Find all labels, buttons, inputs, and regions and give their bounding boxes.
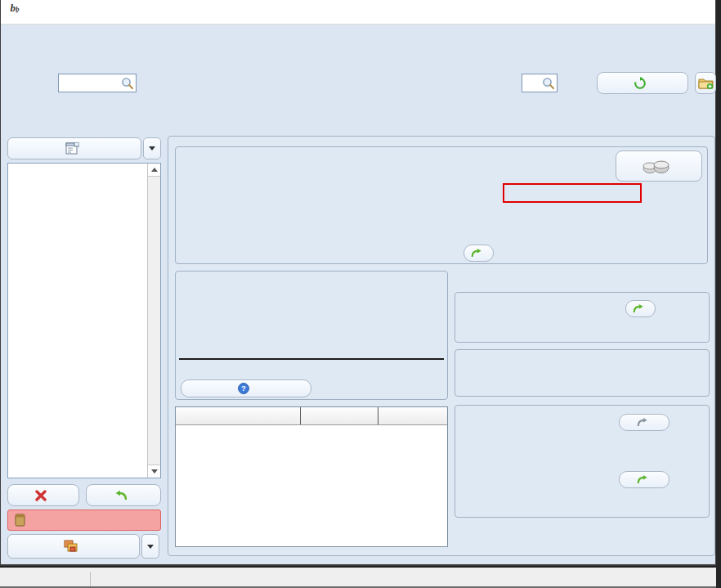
header-center [1, 28, 715, 29]
header-left [9, 31, 60, 46]
navigate-to-button[interactable] [7, 137, 141, 159]
inc-tax-column-header [378, 407, 447, 424]
catalogue-details-section [455, 292, 710, 343]
search-icon[interactable] [542, 77, 555, 90]
chevron-down-icon [149, 146, 155, 150]
arrow-down-icon [151, 469, 158, 474]
main-panel: ? [168, 136, 715, 556]
back-arrow-icon [114, 490, 128, 501]
product-bar [1, 72, 715, 97]
product-input-box [58, 74, 137, 92]
catalogue-goto-button[interactable] [625, 300, 656, 317]
audit-trail-button[interactable] [597, 72, 688, 94]
recycle-icon [634, 77, 647, 90]
ex-tax-column-header [300, 407, 378, 424]
header-right [645, 31, 705, 46]
svg-text:?: ? [241, 384, 246, 393]
app-window: bb̦ [0, 0, 716, 566]
navigate-form-icon [65, 142, 79, 155]
basic-details-section [175, 146, 708, 264]
search-icon[interactable] [121, 77, 134, 90]
wh-code-input-box [522, 74, 558, 92]
scroll-down-button[interactable] [148, 465, 161, 478]
jump-to-dropdown[interactable] [141, 534, 159, 559]
exit-button[interactable] [7, 484, 79, 506]
price-table-header [176, 407, 447, 425]
tab-bar [1, 101, 715, 129]
maximize-button[interactable] [640, 0, 678, 24]
screen: bb̦ [0, 0, 721, 588]
title-bar: bb̦ [1, 0, 715, 25]
supplier-goto-button[interactable] [464, 245, 494, 262]
stock-balances-section: ? [175, 271, 448, 400]
notepad-icon [15, 514, 25, 527]
goto-arrow-icon [470, 248, 482, 258]
scroll-up-button[interactable] [148, 164, 161, 177]
navigation-list [7, 163, 161, 478]
price-table [175, 406, 448, 547]
jump-folders-icon [64, 540, 79, 553]
open-folder-button[interactable] [695, 72, 716, 94]
image-button[interactable] [616, 150, 702, 182]
minimize-button[interactable] [602, 0, 640, 24]
wh-code-input[interactable] [522, 78, 542, 89]
close-button[interactable] [678, 0, 715, 24]
goto-arrow-icon [636, 417, 648, 428]
folder-add-icon [698, 76, 714, 90]
background-window-strip [0, 568, 716, 588]
substitute-goto-button[interactable] [619, 471, 670, 488]
reordering-section [455, 349, 710, 397]
separator-line [179, 358, 444, 360]
desktop-edge [716, 0, 721, 588]
supplier-stock-levels-button[interactable]: ? [181, 379, 311, 397]
notes-attachments-button[interactable] [7, 509, 161, 531]
back-button[interactable] [86, 484, 161, 506]
product-thumbnail [642, 157, 671, 175]
product-input[interactable] [59, 78, 121, 89]
jump-to-button[interactable] [7, 534, 140, 559]
navigate-to-dropdown[interactable] [143, 137, 161, 159]
arrow-up-icon [151, 168, 158, 172]
parent-goto-button[interactable] [619, 414, 670, 431]
app-logo-icon: bb̦ [7, 4, 23, 20]
product-type-highlight [503, 183, 642, 203]
question-icon: ? [238, 383, 249, 394]
chevron-down-icon [147, 545, 154, 549]
goto-arrow-icon [632, 303, 644, 314]
parent-substitute-section [455, 405, 710, 518]
close-x-icon [35, 490, 47, 501]
goto-arrow-icon [636, 474, 648, 485]
nav-scrollbar[interactable] [147, 164, 160, 478]
